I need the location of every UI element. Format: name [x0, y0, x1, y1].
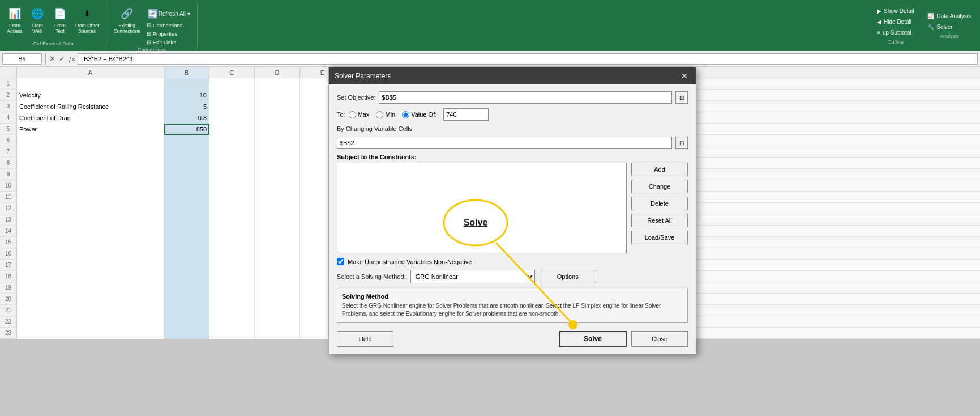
solver-ribbon-button[interactable]: 🔧 Solver [925, 23, 973, 31]
from-access-button[interactable]: 📊 FromAccess [5, 5, 25, 35]
col-header-c[interactable]: C [209, 67, 255, 78]
cell-a6[interactable] [17, 135, 164, 146]
cell-d22[interactable] [255, 316, 300, 328]
cell-d15[interactable] [255, 237, 300, 248]
cell-a17[interactable] [17, 260, 164, 271]
cell-b1[interactable] [164, 78, 209, 90]
from-web-button[interactable]: 🌐 FromWeb [27, 5, 48, 35]
edit-links-button[interactable]: ⊟ Edit Links [145, 39, 192, 46]
value-of-input[interactable] [443, 108, 489, 121]
dialog-close-button[interactable]: ✕ [679, 70, 690, 82]
delete-button[interactable]: Delete [631, 197, 688, 210]
cell-a12[interactable] [17, 203, 164, 214]
cell-c14[interactable] [209, 226, 255, 237]
help-button[interactable]: Help [337, 331, 393, 339]
group-subtotal-button[interactable]: ≡ up Subtotal [875, 28, 916, 37]
method-select[interactable]: GRG Nonlinear LP Simplex Evolutionary [410, 270, 535, 283]
cell-d21[interactable] [255, 305, 300, 316]
cell-a21[interactable] [17, 305, 164, 316]
formula-input[interactable] [78, 53, 978, 65]
col-header-a[interactable]: A [17, 67, 164, 78]
cell-d19[interactable] [255, 282, 300, 294]
change-button[interactable]: Change [631, 180, 688, 193]
cell-c21[interactable] [209, 305, 255, 316]
cell-b10[interactable] [164, 180, 209, 192]
cell-a10[interactable] [17, 180, 164, 192]
cell-b2[interactable]: 10 [164, 90, 209, 101]
cell-b17[interactable] [164, 260, 209, 271]
min-radio[interactable] [376, 111, 383, 118]
cell-a20[interactable] [17, 294, 164, 305]
cell-a7[interactable] [17, 146, 164, 158]
cell-c13[interactable] [209, 214, 255, 226]
cell-b7[interactable] [164, 146, 209, 158]
cell-d5[interactable] [255, 124, 300, 135]
cell-b16[interactable] [164, 248, 209, 260]
connections-small-button[interactable]: ⊟ Connections [145, 22, 192, 29]
cell-d12[interactable] [255, 203, 300, 214]
cell-d6[interactable] [255, 135, 300, 146]
cell-a9[interactable] [17, 169, 164, 180]
cell-d3[interactable] [255, 101, 300, 112]
cell-a18[interactable] [17, 271, 164, 282]
cell-a2[interactable]: Velocity [17, 90, 164, 101]
cell-b11[interactable] [164, 192, 209, 203]
cell-b19[interactable] [164, 282, 209, 294]
cell-d10[interactable] [255, 180, 300, 192]
cell-c7[interactable] [209, 146, 255, 158]
refresh-all-button[interactable]: 🔄 Refresh All ▾ [145, 7, 192, 20]
cell-b6[interactable] [164, 135, 209, 146]
col-header-d[interactable]: D [255, 67, 300, 78]
set-objective-input[interactable] [379, 91, 672, 104]
options-button[interactable]: Options [540, 270, 596, 283]
add-button[interactable]: Add [631, 163, 688, 176]
cell-c19[interactable] [209, 282, 255, 294]
cell-c12[interactable] [209, 203, 255, 214]
properties-button[interactable]: ⊟ Properties [145, 30, 192, 37]
cell-b4[interactable]: 0.8 [164, 112, 209, 124]
cell-b21[interactable] [164, 305, 209, 316]
show-detail-button[interactable]: ▶ Show Detail [875, 7, 916, 15]
cell-d14[interactable] [255, 226, 300, 237]
cell-a23[interactable] [17, 328, 164, 339]
cell-c8[interactable] [209, 158, 255, 169]
cell-d16[interactable] [255, 248, 300, 260]
cell-b14[interactable] [164, 226, 209, 237]
cell-d4[interactable] [255, 112, 300, 124]
set-objective-ref-button[interactable]: ⊡ [675, 91, 688, 104]
cell-d8[interactable] [255, 158, 300, 169]
cell-d1[interactable] [255, 78, 300, 90]
cell-d9[interactable] [255, 169, 300, 180]
cell-c16[interactable] [209, 248, 255, 260]
cell-c4[interactable] [209, 112, 255, 124]
unconstrained-checkbox[interactable] [337, 258, 344, 265]
cell-c9[interactable] [209, 169, 255, 180]
cell-b18[interactable] [164, 271, 209, 282]
solve-button[interactable]: Solve [559, 331, 627, 339]
cancel-formula-icon[interactable]: ✕ [49, 54, 55, 63]
cell-b12[interactable] [164, 203, 209, 214]
cell-a15[interactable] [17, 237, 164, 248]
cell-a22[interactable] [17, 316, 164, 328]
cell-c3[interactable] [209, 101, 255, 112]
cell-c15[interactable] [209, 237, 255, 248]
value-of-radio-item[interactable]: Value Of: [402, 111, 436, 118]
cell-b20[interactable] [164, 294, 209, 305]
cell-c17[interactable] [209, 260, 255, 271]
cell-b15[interactable] [164, 237, 209, 248]
cell-a19[interactable] [17, 282, 164, 294]
hide-detail-button[interactable]: ◀ Hide Detail [875, 18, 916, 26]
max-radio-item[interactable]: Max [349, 111, 370, 118]
col-header-b[interactable]: B [164, 67, 209, 78]
constraints-list[interactable] [337, 163, 627, 253]
load-save-button[interactable]: Load/Save [631, 231, 688, 244]
cell-c1[interactable] [209, 78, 255, 90]
reset-all-button[interactable]: Reset All [631, 214, 688, 227]
cell-a4[interactable]: Coefficient of Drag [17, 112, 164, 124]
cell-c18[interactable] [209, 271, 255, 282]
cell-a1[interactable] [17, 78, 164, 90]
insert-function-icon[interactable]: ƒx [69, 56, 75, 62]
cell-b3[interactable]: 5 [164, 101, 209, 112]
cell-c23[interactable] [209, 328, 255, 339]
value-of-radio[interactable] [402, 111, 409, 118]
